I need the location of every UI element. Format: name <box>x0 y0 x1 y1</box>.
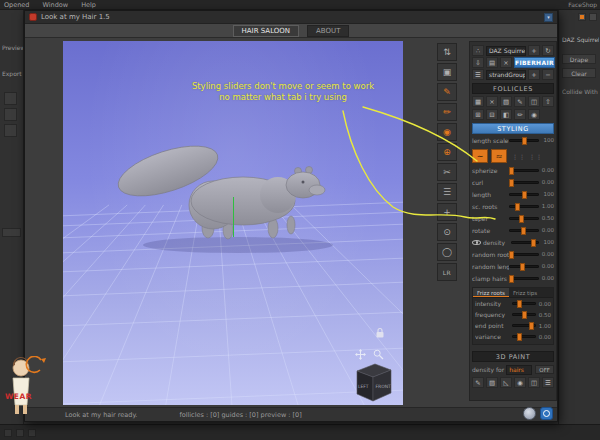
delete-icon[interactable]: × <box>500 57 512 68</box>
refresh-figure-button[interactable]: ↻ <box>542 45 554 56</box>
menu-item-opened[interactable]: Opened <box>4 1 30 9</box>
squirrel-model[interactable] <box>113 133 343 263</box>
remove-strand-button[interactable]: − <box>542 69 554 80</box>
fill-bucket-icon[interactable]: ▨ <box>486 377 498 388</box>
slider-handle[interactable] <box>517 333 522 341</box>
slider-track[interactable] <box>509 253 539 256</box>
frizz-tab-frizz-roots[interactable]: Frizz roots <box>473 288 509 297</box>
frizz-tab-frizz-tips[interactable]: Frizz tips <box>509 288 541 297</box>
slider-track[interactable] <box>512 335 536 338</box>
window-titlebar[interactable]: Look at my Hair 1.5 ▾ <box>25 11 557 24</box>
hair-pen-icon[interactable]: ✏ <box>437 103 457 121</box>
translate-gizmo[interactable] <box>233 197 234 237</box>
add-strand-button[interactable]: + <box>528 69 540 80</box>
figure-select[interactable]: DAZ Squirrel▼ <box>486 46 526 56</box>
mirror-paint-icon[interactable]: ◫ <box>528 377 540 388</box>
hair-brush-icon[interactable]: ✎ <box>437 83 457 101</box>
tab-about[interactable]: ABOUT <box>307 25 349 37</box>
wavy-hair-icon[interactable]: ≈ <box>491 149 507 163</box>
density-handle[interactable] <box>531 239 536 247</box>
strand-group-select[interactable]: strandGroup#1▼ <box>486 70 526 80</box>
dock-pin-icon[interactable] <box>578 13 586 21</box>
remove-follicle-icon[interactable]: ⊟ <box>486 109 498 120</box>
menu-item-help[interactable]: Help <box>81 1 96 9</box>
add-figure-button[interactable]: + <box>528 45 540 56</box>
slider-track[interactable] <box>509 217 539 220</box>
slider-track[interactable] <box>511 241 539 244</box>
slider-track[interactable] <box>509 229 539 232</box>
grid-icon[interactable]: ▦ <box>472 96 484 107</box>
lr-mirror-icon[interactable]: LR <box>437 263 457 281</box>
slider-track[interactable] <box>509 277 539 280</box>
status-icon[interactable] <box>4 429 12 437</box>
frame-select-icon[interactable]: ▣ <box>437 63 457 81</box>
pen-icon[interactable]: ✏ <box>514 109 526 120</box>
scene-item-label[interactable]: DAZ Squirrel <box>562 36 599 43</box>
strand-list-icon[interactable]: ☰ <box>472 69 484 80</box>
tab-hair-saloon[interactable]: HAIR SALOON <box>233 25 299 37</box>
slider-handle[interactable] <box>529 322 534 330</box>
status-icon[interactable] <box>16 429 24 437</box>
half-shade-icon[interactable]: ◧ <box>500 109 512 120</box>
delete-follicles-icon[interactable]: × <box>486 96 498 107</box>
comb-icon[interactable]: ☰ <box>437 183 457 201</box>
mirror-icon[interactable]: ◫ <box>528 96 540 107</box>
left-dock-icon[interactable] <box>4 124 17 137</box>
sphere-icon[interactable]: ◉ <box>528 109 540 120</box>
add-follicle-icon[interactable]: ⊞ <box>472 109 484 120</box>
slider-track[interactable] <box>509 139 539 142</box>
slider-handle[interactable] <box>509 275 514 283</box>
target-brush-icon[interactable]: ⊕ <box>437 143 457 161</box>
sphere-brush-icon[interactable]: ◉ <box>437 123 457 141</box>
slider-handle[interactable] <box>520 263 525 271</box>
straight-hair-icon[interactable]: ∼ <box>472 149 488 163</box>
left-dock-icon[interactable] <box>4 92 17 105</box>
fiberhair-button[interactable]: FIBERHAIR <box>514 57 555 68</box>
slider-track[interactable] <box>509 181 539 184</box>
hatch-select-icon[interactable]: ▧ <box>500 96 512 107</box>
left-dock-mini-button[interactable] <box>2 228 21 237</box>
export-up-icon[interactable]: ⇧ <box>542 96 554 107</box>
paint-brush-icon[interactable]: ✎ <box>472 377 484 388</box>
lamh-logo-icon[interactable] <box>540 407 553 420</box>
scissors-icon[interactable]: ✂ <box>437 163 457 181</box>
slider-track[interactable] <box>509 265 539 268</box>
top-right-pane-label[interactable]: FaceShop <box>568 1 597 8</box>
status-icon[interactable] <box>28 429 36 437</box>
slider-handle[interactable] <box>521 227 526 235</box>
length-scale-handle[interactable] <box>522 137 527 145</box>
slider-track[interactable] <box>512 324 536 327</box>
visibility-eye-icon[interactable] <box>472 240 481 245</box>
left-dock-preview-label[interactable]: Preview <box>2 44 23 51</box>
slider-handle[interactable] <box>522 311 527 319</box>
save-icon[interactable]: ▤ <box>486 57 498 68</box>
window-options-icon[interactable]: ▾ <box>544 13 553 22</box>
slider-handle[interactable] <box>509 251 514 259</box>
slider-handle[interactable] <box>515 203 520 211</box>
left-dock-icon[interactable] <box>4 108 17 121</box>
eraser-icon[interactable]: ◺ <box>500 377 512 388</box>
view-cube[interactable]: LEFT FRONT <box>349 361 395 403</box>
left-dock-export-label[interactable]: Export <box>2 70 23 77</box>
slider-track[interactable] <box>509 205 539 208</box>
drape-button[interactable]: Drape <box>562 54 596 64</box>
brush-icon[interactable]: ✎ <box>514 96 526 107</box>
slider-track[interactable] <box>509 193 539 196</box>
slider-handle[interactable] <box>522 191 527 199</box>
load-icon[interactable]: ⇩ <box>472 57 484 68</box>
paw-icon[interactable]: ∴ <box>472 45 484 56</box>
slider-handle[interactable] <box>509 179 514 187</box>
zoom-magnifier-icon[interactable] <box>373 349 384 360</box>
slider-track[interactable] <box>509 169 539 172</box>
smooth-sphere-icon[interactable]: ◉ <box>514 377 526 388</box>
slider-handle[interactable] <box>517 300 522 308</box>
move-tool-icon[interactable]: + <box>437 203 457 221</box>
slider-handle[interactable] <box>509 167 514 175</box>
pan-move-icon[interactable] <box>355 349 366 360</box>
pointer-arrows-icon[interactable]: ⇅ <box>437 43 457 61</box>
clear-button[interactable]: Clear <box>562 68 596 78</box>
viewport-3d[interactable]: Styling sliders don't move or seem to wo… <box>63 41 403 405</box>
slider-track[interactable] <box>512 302 536 305</box>
paint-off-toggle[interactable]: OFF <box>535 365 554 374</box>
paint-options-icon[interactable]: ☰ <box>542 377 554 388</box>
